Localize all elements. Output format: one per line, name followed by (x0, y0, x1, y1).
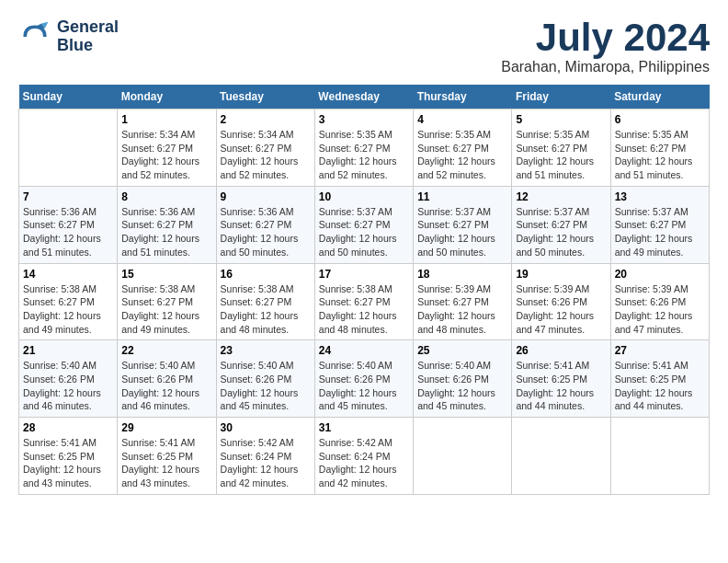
day-number: 1 (121, 113, 211, 126)
sunrise-text: Sunrise: 5:36 AM (23, 206, 97, 217)
day-info: Sunrise: 5:39 AM Sunset: 6:26 PM Dayligh… (516, 282, 606, 337)
sunset-text: Sunset: 6:27 PM (417, 219, 489, 230)
sunrise-text: Sunrise: 5:35 AM (319, 129, 392, 140)
day-info: Sunrise: 5:38 AM Sunset: 6:27 PM Dayligh… (121, 282, 211, 337)
daylight-text: Daylight: 12 hours and 43 minutes. (23, 464, 101, 488)
calendar-cell: 10 Sunrise: 5:37 AM Sunset: 6:27 PM Dayl… (314, 186, 413, 263)
title-block: July 2024 Barahan, Mimaropa, Philippines (501, 18, 710, 75)
day-info: Sunrise: 5:38 AM Sunset: 6:27 PM Dayligh… (23, 282, 113, 337)
calendar-cell: 28 Sunrise: 5:41 AM Sunset: 6:25 PM Dayl… (19, 418, 118, 495)
calendar-cell: 25 Sunrise: 5:40 AM Sunset: 6:26 PM Dayl… (414, 340, 512, 418)
day-info: Sunrise: 5:37 AM Sunset: 6:27 PM Dayligh… (319, 205, 409, 259)
calendar-cell: 11 Sunrise: 5:37 AM Sunset: 6:27 PM Dayl… (414, 186, 512, 263)
day-number: 14 (23, 268, 113, 281)
daylight-text: Daylight: 12 hours and 51 minutes. (121, 233, 199, 258)
day-number: 30 (221, 421, 311, 434)
day-info: Sunrise: 5:41 AM Sunset: 6:25 PM Dayligh… (516, 359, 606, 413)
sunset-text: Sunset: 6:26 PM (23, 373, 95, 385)
day-number: 26 (516, 344, 606, 357)
daylight-text: Daylight: 12 hours and 49 minutes. (615, 233, 693, 258)
logo-text: General Blue (57, 18, 119, 55)
day-number: 3 (319, 113, 409, 126)
calendar-cell: 27 Sunrise: 5:41 AM Sunset: 6:25 PM Dayl… (610, 340, 709, 418)
daylight-text: Daylight: 12 hours and 50 minutes. (221, 233, 299, 258)
daylight-text: Daylight: 12 hours and 42 minutes. (319, 464, 397, 488)
calendar-cell: 31 Sunrise: 5:42 AM Sunset: 6:24 PM Dayl… (314, 418, 413, 495)
calendar-cell: 5 Sunrise: 5:35 AM Sunset: 6:27 PM Dayli… (512, 109, 610, 187)
day-info: Sunrise: 5:37 AM Sunset: 6:27 PM Dayligh… (417, 205, 507, 259)
calendar-table: SundayMondayTuesdayWednesdayThursdayFrid… (18, 85, 710, 495)
sunset-text: Sunset: 6:27 PM (319, 219, 391, 230)
calendar-cell: 6 Sunrise: 5:35 AM Sunset: 6:27 PM Dayli… (610, 109, 709, 187)
calendar-cell (512, 418, 610, 495)
day-number: 28 (23, 421, 113, 434)
sunrise-text: Sunrise: 5:41 AM (23, 437, 97, 448)
calendar-cell: 19 Sunrise: 5:39 AM Sunset: 6:26 PM Dayl… (512, 263, 610, 340)
daylight-text: Daylight: 12 hours and 44 minutes. (516, 387, 594, 412)
day-number: 7 (23, 190, 113, 203)
sunset-text: Sunset: 6:26 PM (417, 373, 489, 385)
calendar-week-row: 28 Sunrise: 5:41 AM Sunset: 6:25 PM Dayl… (19, 418, 710, 495)
calendar-cell: 15 Sunrise: 5:38 AM Sunset: 6:27 PM Dayl… (118, 263, 216, 340)
sunrise-text: Sunrise: 5:41 AM (121, 437, 195, 448)
day-number: 20 (615, 268, 705, 281)
daylight-text: Daylight: 12 hours and 51 minutes. (23, 233, 101, 258)
day-info: Sunrise: 5:41 AM Sunset: 6:25 PM Dayligh… (615, 359, 705, 413)
day-number: 31 (319, 421, 409, 434)
calendar-week-row: 14 Sunrise: 5:38 AM Sunset: 6:27 PM Dayl… (19, 263, 710, 340)
daylight-text: Daylight: 12 hours and 51 minutes. (615, 155, 693, 180)
calendar-cell: 14 Sunrise: 5:38 AM Sunset: 6:27 PM Dayl… (19, 263, 118, 340)
daylight-text: Daylight: 12 hours and 45 minutes. (221, 387, 299, 412)
weekday-header-monday: Monday (118, 85, 216, 109)
day-info: Sunrise: 5:36 AM Sunset: 6:27 PM Dayligh… (23, 205, 113, 259)
weekday-header-friday: Friday (512, 85, 610, 109)
daylight-text: Daylight: 12 hours and 43 minutes. (121, 464, 199, 488)
calendar-week-row: 21 Sunrise: 5:40 AM Sunset: 6:26 PM Dayl… (19, 340, 710, 418)
daylight-text: Daylight: 12 hours and 52 minutes. (319, 155, 397, 180)
day-number: 2 (221, 113, 311, 126)
sunset-text: Sunset: 6:24 PM (221, 451, 292, 462)
day-number: 8 (121, 190, 211, 203)
sunrise-text: Sunrise: 5:36 AM (221, 206, 294, 217)
day-info: Sunrise: 5:40 AM Sunset: 6:26 PM Dayligh… (121, 359, 211, 413)
sunrise-text: Sunrise: 5:40 AM (417, 360, 491, 371)
day-info: Sunrise: 5:41 AM Sunset: 6:25 PM Dayligh… (121, 436, 211, 490)
sunrise-text: Sunrise: 5:42 AM (221, 437, 294, 448)
daylight-text: Daylight: 12 hours and 51 minutes. (516, 155, 594, 180)
sunrise-text: Sunrise: 5:39 AM (417, 283, 491, 294)
weekday-header-sunday: Sunday (19, 85, 118, 109)
sunrise-text: Sunrise: 5:41 AM (615, 360, 688, 371)
sunset-text: Sunset: 6:27 PM (221, 143, 292, 154)
weekday-header-wednesday: Wednesday (314, 85, 413, 109)
day-number: 23 (221, 344, 311, 357)
calendar-cell: 16 Sunrise: 5:38 AM Sunset: 6:27 PM Dayl… (216, 263, 314, 340)
sunrise-text: Sunrise: 5:40 AM (221, 360, 294, 371)
daylight-text: Daylight: 12 hours and 48 minutes. (417, 310, 495, 335)
daylight-text: Daylight: 12 hours and 50 minutes. (319, 233, 397, 258)
day-number: 22 (121, 344, 211, 357)
day-number: 17 (319, 268, 409, 281)
sunrise-text: Sunrise: 5:35 AM (516, 129, 589, 140)
daylight-text: Daylight: 12 hours and 49 minutes. (121, 310, 199, 335)
sunrise-text: Sunrise: 5:41 AM (516, 360, 589, 371)
sunset-text: Sunset: 6:25 PM (516, 373, 587, 385)
daylight-text: Daylight: 12 hours and 45 minutes. (319, 387, 397, 412)
calendar-cell: 12 Sunrise: 5:37 AM Sunset: 6:27 PM Dayl… (512, 186, 610, 263)
day-number: 15 (121, 268, 211, 281)
day-info: Sunrise: 5:40 AM Sunset: 6:26 PM Dayligh… (23, 359, 113, 413)
day-number: 24 (319, 344, 409, 357)
calendar-cell: 7 Sunrise: 5:36 AM Sunset: 6:27 PM Dayli… (19, 186, 118, 263)
day-info: Sunrise: 5:40 AM Sunset: 6:26 PM Dayligh… (221, 359, 311, 413)
calendar-cell: 24 Sunrise: 5:40 AM Sunset: 6:26 PM Dayl… (314, 340, 413, 418)
sunrise-text: Sunrise: 5:35 AM (417, 129, 491, 140)
sunset-text: Sunset: 6:27 PM (516, 219, 587, 230)
sunrise-text: Sunrise: 5:38 AM (221, 283, 294, 294)
sunset-text: Sunset: 6:27 PM (23, 219, 95, 230)
day-info: Sunrise: 5:41 AM Sunset: 6:25 PM Dayligh… (23, 436, 113, 490)
calendar-cell: 30 Sunrise: 5:42 AM Sunset: 6:24 PM Dayl… (216, 418, 314, 495)
daylight-text: Daylight: 12 hours and 46 minutes. (23, 387, 101, 412)
calendar-week-row: 1 Sunrise: 5:34 AM Sunset: 6:27 PM Dayli… (19, 109, 710, 187)
sunset-text: Sunset: 6:27 PM (221, 296, 292, 307)
sunrise-text: Sunrise: 5:40 AM (121, 360, 195, 371)
sunset-text: Sunset: 6:27 PM (319, 296, 391, 307)
